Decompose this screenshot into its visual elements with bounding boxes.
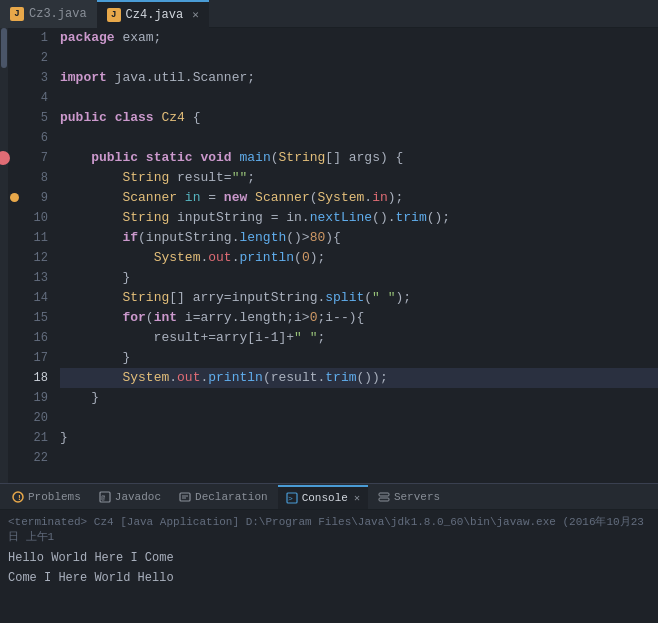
line-number-21: 21	[8, 428, 48, 448]
svg-rect-9	[379, 493, 389, 496]
line-number-13: 13	[8, 268, 48, 288]
line-number-10: 10	[8, 208, 48, 228]
servers-label: Servers	[394, 491, 440, 503]
editor-area: 12345678▶910111213141516171819202122 pac…	[0, 28, 658, 483]
line-number-8: 8	[8, 168, 48, 188]
code-line-20[interactable]	[60, 408, 658, 428]
tab-cz4-label: Cz4.java	[126, 8, 184, 22]
bottom-panel: ! Problems @ Javadoc Declaration	[0, 483, 658, 623]
console-icon: >	[286, 492, 298, 504]
bottom-tab-problems[interactable]: ! Problems	[4, 485, 89, 509]
javadoc-label: Javadoc	[115, 491, 161, 503]
code-line-17[interactable]: }	[60, 348, 658, 368]
servers-icon	[378, 491, 390, 503]
declaration-icon	[179, 491, 191, 503]
svg-text:!: !	[17, 493, 22, 502]
problems-label: Problems	[28, 491, 81, 503]
line-number-14: 14	[8, 288, 48, 308]
code-line-19[interactable]: }	[60, 388, 658, 408]
line-number-18: 18	[8, 368, 48, 388]
bottom-tab-servers[interactable]: Servers	[370, 485, 448, 509]
line-number-gutter: 12345678▶910111213141516171819202122	[8, 28, 56, 483]
bottom-tab-javadoc[interactable]: @ Javadoc	[91, 485, 169, 509]
code-line-7[interactable]: public static void main(String[] args) {	[60, 148, 658, 168]
code-line-8[interactable]: String result="";	[60, 168, 658, 188]
code-line-18[interactable]: System.out.println(result.trim());	[60, 368, 658, 388]
line-number-22: 22	[8, 448, 48, 468]
execution-arrow-dot	[10, 193, 19, 202]
scroll-thumb[interactable]	[1, 28, 7, 68]
code-line-21[interactable]: }	[60, 428, 658, 448]
cz3-file-icon: J	[10, 7, 24, 21]
code-line-5[interactable]: public class Cz4 {	[60, 108, 658, 128]
code-line-4[interactable]	[60, 88, 658, 108]
console-output-line-1: Hello World Here I Come	[8, 548, 650, 568]
svg-rect-10	[379, 498, 389, 501]
code-line-1[interactable]: package exam;	[60, 28, 658, 48]
code-line-14[interactable]: String[] arry=inputString.split(" ");	[60, 288, 658, 308]
bottom-tab-bar: ! Problems @ Javadoc Declaration	[0, 484, 658, 510]
tab-close-icon[interactable]: ✕	[192, 8, 199, 21]
console-terminated-text: <terminated> Cz4 [Java Application] D:\P…	[8, 514, 650, 544]
code-line-3[interactable]: import java.util.Scanner;	[60, 68, 658, 88]
code-line-13[interactable]: }	[60, 268, 658, 288]
code-line-10[interactable]: String inputString = in.nextLine().trim(…	[60, 208, 658, 228]
line-number-6: 6	[8, 128, 48, 148]
cz4-file-icon: J	[107, 8, 121, 22]
code-line-16[interactable]: result+=arry[i-1]+" ";	[60, 328, 658, 348]
tab-bar: J Cz3.java J Cz4.java ✕	[0, 0, 658, 28]
line-number-1: 1	[8, 28, 48, 48]
code-line-11[interactable]: if(inputString.length()>80){	[60, 228, 658, 248]
bottom-tab-declaration[interactable]: Declaration	[171, 485, 276, 509]
line-number-3: 3	[8, 68, 48, 88]
svg-rect-4	[180, 493, 190, 501]
scroll-bar[interactable]	[0, 28, 8, 483]
code-line-15[interactable]: for(int i=arry.length;i>0;i--){	[60, 308, 658, 328]
svg-text:@: @	[101, 494, 106, 502]
tab-cz4[interactable]: J Cz4.java ✕	[97, 0, 209, 28]
line-number-11: 11	[8, 228, 48, 248]
code-line-2[interactable]	[60, 48, 658, 68]
console-output-area: <terminated> Cz4 [Java Application] D:\P…	[0, 510, 658, 592]
console-output-line-2: Come I Here World Hello	[8, 568, 650, 588]
console-label: Console	[302, 492, 348, 504]
line-number-2: 2	[8, 48, 48, 68]
problems-icon: !	[12, 491, 24, 503]
line-number-4: 4	[8, 88, 48, 108]
line-number-15: 15	[8, 308, 48, 328]
tab-cz3-label: Cz3.java	[29, 7, 87, 21]
line-number-16: 16	[8, 328, 48, 348]
code-line-6[interactable]	[60, 128, 658, 148]
editor-window: J Cz3.java J Cz4.java ✕ 12345678▶9101112…	[0, 0, 658, 623]
line-number-5: 5	[8, 108, 48, 128]
line-number-17: 17	[8, 348, 48, 368]
line-number-20: 20	[8, 408, 48, 428]
declaration-label: Declaration	[195, 491, 268, 503]
tab-cz3[interactable]: J Cz3.java	[0, 0, 97, 28]
code-content[interactable]: package exam; import java.util.Scanner; …	[56, 28, 658, 483]
console-close-icon[interactable]: ✕	[354, 492, 360, 504]
code-line-22[interactable]	[60, 448, 658, 468]
svg-text:>: >	[288, 494, 293, 503]
bottom-tab-console[interactable]: > Console ✕	[278, 485, 368, 509]
code-line-12[interactable]: System.out.println(0);	[60, 248, 658, 268]
code-line-9[interactable]: Scanner in = new Scanner(System.in);	[60, 188, 658, 208]
line-number-9: ▶9	[8, 188, 48, 208]
javadoc-icon: @	[99, 491, 111, 503]
line-number-19: 19	[8, 388, 48, 408]
line-number-7: 7	[8, 148, 48, 168]
line-number-12: 12	[8, 248, 48, 268]
